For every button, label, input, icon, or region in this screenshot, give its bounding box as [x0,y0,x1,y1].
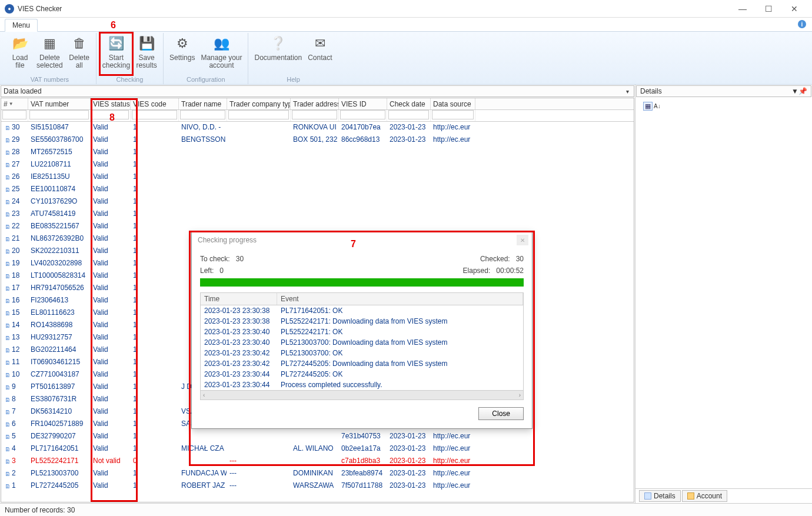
dialog-close-button[interactable]: Close [478,407,524,420]
table-row[interactable]: 🗎30SI51510847Valid1NIVO, D.D. -RONKOVA U… [1,122,634,134]
table-row[interactable]: 🗎2PL5213003700Valid1FUNDACJA W---DOMINIK… [1,468,634,480]
documentation-label: Documentation [254,54,302,62]
table-row[interactable]: 🗎1PL7272445205Valid1ROBERT JAZ---WARSZAW… [1,480,634,492]
cell: 1 [131,245,179,258]
manage-account-label: Manage your account [201,54,242,69]
cell: 2023-01-23 [387,134,431,147]
ribbon-settings[interactable]: ⚙Settings [167,33,197,75]
cell: Valid [91,406,131,418]
row-doc-icon: 🗎 [4,407,12,417]
filter-input[interactable] [228,110,289,119]
filter-input[interactable] [180,110,225,119]
pin-icon[interactable]: 📌 [798,87,807,95]
column-header[interactable]: Trader company type [227,98,291,109]
cell: Valid [91,344,131,357]
column-header[interactable]: VIES code [131,98,179,109]
cell: 🗎25 [1,184,28,196]
filter-input[interactable] [432,110,474,119]
column-header[interactable]: Check date [387,98,431,109]
close-button[interactable]: ✕ [781,1,807,17]
cell: Valid [91,381,131,394]
ribbon-load-file[interactable]: 📂Load file [7,33,33,75]
ribbon-delete-all[interactable]: 🗑Delete all [66,33,92,75]
filter-input[interactable] [340,110,385,119]
cell: 1 [131,443,179,455]
cell [387,147,431,159]
tab-account[interactable]: Account [682,490,727,502]
ribbon-delete-selected[interactable]: ▦Delete selected [34,33,65,75]
tab-details[interactable]: Details [639,490,681,502]
ribbon-documentation[interactable]: ❔Documentation [252,33,304,75]
row-doc-icon: 🗎 [4,247,12,257]
column-header[interactable]: VIES status [91,98,131,109]
ribbon-save-results[interactable]: 💾Save results [134,33,159,75]
cell: 2023-01-23 [387,122,431,134]
cell: 1 [131,406,179,418]
minimize-button[interactable]: — [730,1,756,17]
start-checking-icon: 🔄 [107,34,125,53]
row-doc-icon: 🗎 [4,172,12,182]
cell: 🗎9 [1,381,28,394]
cell: 7f507d11788 [339,480,387,492]
cell [227,431,291,443]
dropdown-icon[interactable]: ▼ [791,87,798,95]
cell: Valid [91,258,131,270]
cell: http://ec.eur [431,468,475,480]
ribbon-manage-account[interactable]: 👥Manage your account [198,33,244,75]
details-panel: Details ▼ 📌 ▦ A↓ Details Account [635,85,812,503]
tab-menu[interactable]: Menu [5,19,38,32]
column-header[interactable]: #▼ [1,98,28,109]
log-header-time[interactable]: Time [201,293,277,305]
maximize-button[interactable]: ☐ [756,1,781,17]
ribbon-contact[interactable]: ✉Contact [305,33,334,75]
table-row[interactable]: 🗎24CY10137629OValid1 [1,196,634,208]
cell [431,159,475,171]
filter-input[interactable] [132,110,177,119]
table-row[interactable]: 🗎28MT26572515Valid1 [1,147,634,159]
table-row[interactable]: 🗎3PL5252242171Not valid0---c7ab1d8ba3202… [1,455,634,468]
info-icon[interactable]: i [798,20,806,28]
dialog-close-icon[interactable]: ✕ [517,235,528,245]
table-row[interactable]: 🗎27LU22108711Valid1 [1,159,634,171]
cell: 🗎16 [1,295,28,307]
cell: DK56314210 [28,406,91,418]
filter-input[interactable] [388,110,429,119]
column-header[interactable]: Trader name [179,98,227,109]
log-header-event[interactable]: Event [277,293,523,305]
table-row[interactable]: 🗎5DE327990207Valid17e31b407532023-01-23h… [1,431,634,443]
table-row[interactable]: 🗎23ATU74581419Valid1 [1,208,634,221]
details-title: Details [640,87,662,95]
cell: 1 [131,270,179,282]
column-header[interactable]: VAT number [28,98,91,109]
filter-input[interactable] [29,110,89,119]
cell [179,184,227,196]
column-header[interactable]: VIES ID [339,98,387,109]
ribbon-start-checking[interactable]: 🔄Start checking [100,33,132,75]
cell: c7ab1d8ba3 [339,455,387,468]
left-value: 0 [219,267,224,275]
table-row[interactable]: 🗎22BE0835221567Valid1 [1,221,634,233]
filter-input[interactable] [2,110,26,119]
column-header[interactable]: Data source [431,98,475,109]
table-row[interactable]: 🗎25EE100110874Valid1 [1,184,634,196]
delete-selected-icon: ▦ [40,34,59,53]
cell [291,196,339,208]
cell: 🗎15 [1,307,28,319]
data-loaded-bar: Data loaded ▾ [1,85,634,97]
table-row[interactable]: 🗎4PL7171642051Valid1MICHAŁ CZAAL. WILANO… [1,443,634,455]
row-doc-icon: 🗎 [4,135,12,145]
annotation-6: 6 [111,20,116,31]
cell [179,196,227,208]
filter-icon[interactable]: ▾ [623,87,631,95]
details-tab-icon [644,492,651,500]
cell [431,147,475,159]
cell [179,159,227,171]
filter-input[interactable] [292,110,337,119]
cell: 🗎4 [1,443,28,455]
table-row[interactable]: 🗎29SE55603786700Valid1BENGTSSONBOX 501, … [1,134,634,147]
sort-az-button[interactable]: ▦ A↓ [640,100,664,112]
window-titlebar: ● VIES Checker — ☐ ✕ [0,0,812,18]
log-hscroll[interactable]: ‹› [201,390,523,400]
table-row[interactable]: 🗎26IE8251135UValid1 [1,171,634,184]
column-header[interactable]: Trader address [291,98,339,109]
